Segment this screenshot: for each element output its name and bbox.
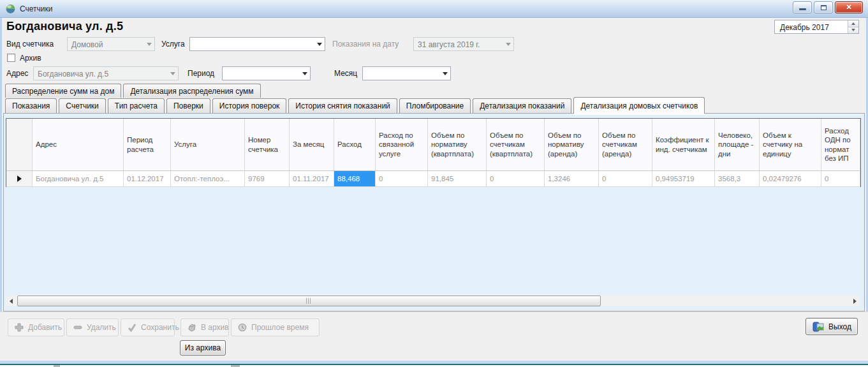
column-header[interactable]: Адрес [33, 119, 124, 171]
address-label: Адрес [6, 69, 28, 78]
tab-content-panel: Адрес Период расчета Услуга Номер счетчи… [3, 113, 865, 311]
tab-raspredelenie-summ-na-dom[interactable]: Распределение сумм на дом [5, 84, 121, 98]
row-selector-cell[interactable] [6, 171, 33, 187]
cell-odn[interactable]: 0 [821, 171, 860, 187]
restore-button[interactable] [814, 1, 833, 13]
clock-icon [238, 323, 247, 332]
window-border-left [0, 18, 2, 361]
tab-strip-top: Распределение сумм на дом Детализация ра… [5, 84, 261, 98]
cell-linked-service[interactable]: 0 [376, 171, 428, 187]
column-header[interactable]: Объем по счетчикам (аренда) [599, 119, 652, 171]
past-time-button[interactable]: Прошлое время [231, 318, 320, 336]
app-globe-icon [5, 3, 16, 14]
meter-type-combobox[interactable]: Домовой [67, 37, 155, 51]
spin-down-button[interactable] [848, 27, 858, 34]
cell-volume-norm-lease[interactable]: 1,3246 [545, 171, 599, 187]
close-button[interactable]: ✕ [835, 1, 863, 13]
tab-detalizaciya-raspredeleniya-summ[interactable]: Детализация распределения сумм [123, 84, 260, 98]
column-header[interactable]: Человеко, площаде - дни [715, 119, 760, 171]
archive-checkbox-label: Архив [20, 54, 41, 63]
cell-for-month[interactable]: 01.11.2017 [290, 171, 334, 187]
address-combobox[interactable]: Богдановича ул. д.5 [33, 66, 179, 80]
chevron-down-icon [299, 67, 310, 80]
period-combobox[interactable] [222, 66, 311, 80]
cell-service[interactable]: Отопл:-теплоэ... [171, 171, 245, 187]
readings-date-label: Показания на дату [332, 40, 399, 49]
cell-meter-number[interactable]: 9769 [245, 171, 290, 187]
exit-button[interactable]: Выход [805, 318, 858, 335]
cell-period[interactable]: 01.12.2017 [124, 171, 171, 187]
cell-consumption-selected[interactable]: 88,468 [334, 171, 376, 187]
from-archive-button[interactable]: Из архива [180, 340, 226, 356]
page-title: Богдановича ул. д.5 [6, 20, 123, 33]
cell-volume-norm-rent[interactable]: 91,845 [428, 171, 487, 187]
column-header[interactable]: За месяц [290, 119, 334, 171]
plus-icon [15, 323, 24, 332]
cell-person-days[interactable]: 3568,3 [715, 171, 760, 187]
column-header[interactable]: Объем к счетчику на единицу [760, 119, 821, 171]
row-selector-header[interactable] [6, 119, 33, 171]
table-row: Богдановича ул. д.5 01.12.2017 Отопл:-те… [6, 171, 860, 187]
cell-address[interactable]: Богдановича ул. д.5 [33, 171, 124, 187]
chevron-down-icon [143, 38, 154, 50]
tab-poverki[interactable]: Поверки [166, 98, 210, 113]
save-button[interactable]: Сохранить [121, 318, 175, 336]
tab-pokazaniya[interactable]: Показания [5, 98, 57, 113]
to-archive-button[interactable]: В архив [180, 318, 229, 336]
minimize-button[interactable] [793, 1, 812, 13]
scroll-right-button[interactable] [850, 296, 860, 306]
period-label: Период [188, 69, 214, 78]
chevron-down-icon [167, 67, 178, 80]
month-label: Месяц [334, 69, 357, 78]
column-header[interactable]: Расход по связанной услуге [376, 119, 428, 171]
tab-detalizaciya-pokazaniy[interactable]: Детализация показаний [473, 98, 571, 113]
exit-door-icon [813, 322, 824, 332]
meter-type-label: Вид счетчика [6, 40, 54, 49]
scrollbar-thumb[interactable] [17, 296, 601, 306]
month-combobox[interactable] [362, 66, 451, 80]
horizontal-scrollbar[interactable] [6, 296, 860, 306]
chevron-down-icon [503, 38, 513, 50]
column-header[interactable]: Расход [334, 119, 376, 171]
tab-tip-rascheta[interactable]: Тип расчета [108, 98, 165, 113]
cell-coefficient[interactable]: 0,94953719 [652, 171, 715, 187]
chevron-down-icon [439, 67, 450, 80]
window-title: Счетчики [20, 4, 52, 13]
cell-volume-per-unit[interactable]: 0,02479276 [760, 171, 821, 187]
cell-volume-meters-lease[interactable]: 0 [599, 171, 652, 187]
service-label: Услуга [161, 40, 185, 49]
checkmark-icon [128, 323, 136, 332]
tab-strip-main: Показания Счетчики Тип расчета Поверки И… [5, 98, 705, 113]
column-header[interactable]: Объем по нормативу (квартплата) [428, 119, 487, 171]
cell-volume-meters-rent[interactable]: 0 [487, 171, 545, 187]
column-header[interactable]: Услуга [171, 119, 245, 171]
spin-up-button[interactable] [848, 20, 858, 27]
current-row-arrow-icon [17, 176, 22, 182]
column-header[interactable]: Расход ОДН по нормат без ИП [821, 119, 860, 171]
add-button[interactable]: Добавить [8, 318, 64, 336]
column-header[interactable]: Период расчета [124, 119, 171, 171]
tab-detalizaciya-domovyh-schetchikov[interactable]: Детализация домовых счетчиков [573, 97, 705, 114]
data-grid: Адрес Период расчета Услуга Номер счетчи… [6, 118, 861, 187]
service-combobox[interactable] [189, 37, 325, 51]
button-panel: Добавить Удалить Сохранить В архив Прошл… [0, 311, 868, 361]
scrollbar-grip-icon [306, 298, 312, 304]
column-header[interactable]: Объем по нормативу (аренда) [545, 119, 599, 171]
column-header[interactable]: Объем по счетчикам (квартплата) [487, 119, 545, 171]
scrollbar-track[interactable] [16, 296, 850, 306]
tab-istoriya-poverok[interactable]: История поверок [212, 98, 287, 113]
chevron-down-icon [314, 38, 325, 50]
month-spinner-value: Декабрь 2017 [775, 20, 848, 33]
scroll-left-button[interactable] [6, 296, 16, 306]
title-bar: Счетчики ✕ [0, 0, 868, 18]
tab-istoriya-snyatiya-pokazaniy[interactable]: История снятия показаний [288, 98, 397, 113]
column-header[interactable]: Номер счетчика [245, 119, 290, 171]
tab-schetchiki[interactable]: Счетчики [59, 98, 105, 113]
month-spinner[interactable]: Декабрь 2017 [774, 20, 859, 34]
column-header[interactable]: Коэффициент к инд. счетчикам [652, 119, 715, 171]
grid-header-row: Адрес Период расчета Услуга Номер счетчи… [6, 119, 860, 171]
archive-checkbox[interactable] [7, 54, 15, 62]
tab-plombirovanie[interactable]: Пломбирование [399, 98, 471, 113]
readings-date-combobox[interactable]: 31 августа 2019 г. [413, 37, 514, 51]
delete-button[interactable]: Удалить [66, 318, 119, 336]
